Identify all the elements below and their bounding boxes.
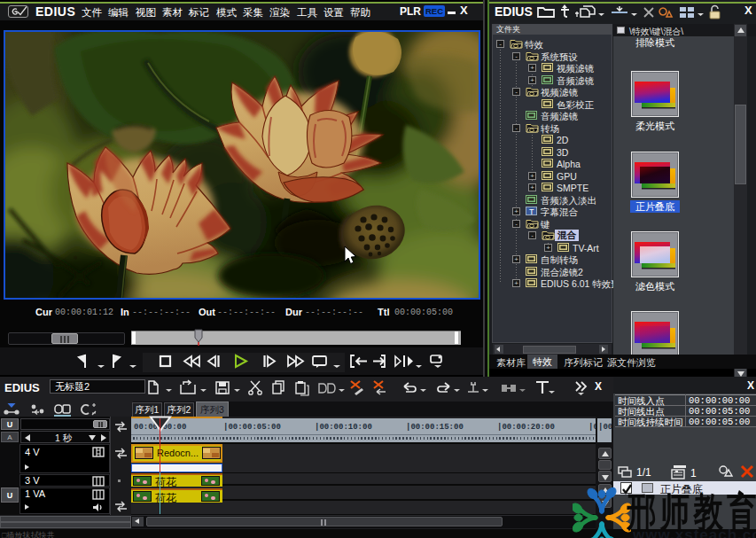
svg-text:1: 1 [690,467,697,480]
svg-text:1/1: 1/1 [636,466,651,479]
svg-text:T: T [529,207,534,216]
